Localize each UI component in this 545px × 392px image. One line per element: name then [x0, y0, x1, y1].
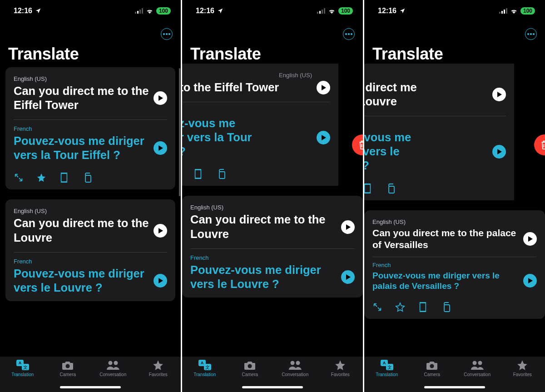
svg-text:文: 文: [387, 365, 392, 370]
more-options-button[interactable]: [525, 28, 537, 40]
cellular-icon: [317, 8, 325, 14]
star-filled-icon[interactable]: [36, 173, 46, 183]
people-icon: [471, 359, 484, 371]
play-source-button[interactable]: [341, 220, 355, 234]
play-target-button[interactable]: [341, 270, 355, 284]
play-source-button[interactable]: [492, 88, 506, 101]
status-bar: 12:16 100: [364, 0, 545, 22]
svg-rect-13: [317, 12, 318, 14]
star-icon: [334, 359, 346, 371]
expand-icon[interactable]: [372, 302, 382, 312]
translation-card[interactable]: English (US) Can you direct me to the Ei…: [5, 67, 175, 189]
divider: [190, 248, 355, 249]
tab-label: Favorites: [149, 372, 168, 377]
copy-icon[interactable]: [385, 183, 396, 194]
tab-translation[interactable]: A文 Translation: [364, 359, 410, 377]
copy-icon[interactable]: [82, 172, 93, 183]
tab-bar: A文 Translation Camera Conversation Favor…: [0, 357, 181, 392]
status-time: 12:16: [196, 7, 214, 15]
svg-rect-18: [219, 172, 225, 179]
camera-icon: [426, 359, 438, 371]
play-source-button[interactable]: [154, 224, 167, 238]
home-indicator[interactable]: [424, 386, 485, 388]
svg-rect-17: [195, 170, 201, 178]
dictionary-icon[interactable]: [59, 172, 69, 183]
tab-camera[interactable]: Camera: [410, 359, 455, 377]
dictionary-icon[interactable]: [418, 302, 428, 313]
tab-camera[interactable]: Camera: [228, 359, 273, 377]
divider: [182, 102, 330, 102]
source-language-label: English (US): [190, 204, 355, 211]
dictionary-icon[interactable]: [364, 183, 372, 194]
tab-camera[interactable]: Camera: [45, 359, 91, 377]
tab-bar: A文 Translation Camera Conversation Favor…: [364, 357, 545, 392]
svg-text:文: 文: [23, 365, 28, 370]
copy-icon[interactable]: [441, 302, 451, 313]
translation-card[interactable]: English (US) Can you direct me to the pa…: [364, 210, 545, 319]
play-source-button[interactable]: [317, 81, 330, 94]
play-target-button[interactable]: [154, 141, 167, 155]
translation-card[interactable]: English (US) Can you direct me to the Lo…: [182, 196, 363, 297]
play-source-button[interactable]: [523, 232, 537, 246]
wifi-icon: [510, 8, 518, 14]
tab-label: Translation: [11, 372, 34, 377]
svg-rect-27: [501, 11, 503, 14]
divider: [364, 116, 506, 116]
people-icon: [106, 359, 120, 371]
tab-conversation[interactable]: Conversation: [90, 359, 136, 377]
tab-favorites[interactable]: Favorites: [318, 359, 363, 377]
tab-favorites[interactable]: Favorites: [500, 359, 545, 377]
tab-label: Translation: [193, 372, 216, 377]
wifi-icon: [328, 8, 336, 14]
expand-icon[interactable]: [14, 173, 24, 183]
svg-rect-5: [85, 175, 91, 182]
tab-conversation[interactable]: Conversation: [272, 359, 318, 377]
play-source-button[interactable]: [154, 91, 167, 105]
cellular-icon: [499, 8, 507, 14]
svg-point-40: [478, 361, 482, 365]
svg-rect-26: [499, 12, 500, 14]
dictionary-icon[interactable]: [193, 169, 203, 179]
more-options-button[interactable]: [161, 28, 173, 40]
battery-level: 100: [338, 7, 353, 15]
star-icon: [152, 359, 164, 371]
status-bar: 12:16 100: [182, 0, 363, 22]
translation-card[interactable]: English (US) Can you direct me to the Lo…: [5, 199, 175, 301]
status-bar: 12:16 100: [0, 0, 181, 22]
scroll-indicator[interactable]: [179, 68, 180, 196]
tab-translation[interactable]: A文 Translation: [0, 359, 45, 377]
svg-point-25: [296, 361, 300, 365]
wifi-icon: [146, 8, 154, 14]
play-target-button[interactable]: [317, 131, 330, 144]
svg-point-39: [472, 361, 476, 365]
source-language-label: US): [364, 72, 506, 79]
tab-favorites[interactable]: Favorites: [136, 359, 181, 377]
location-icon: [217, 8, 223, 14]
battery-level: 100: [156, 7, 171, 15]
svg-point-24: [290, 361, 294, 365]
copy-icon[interactable]: [216, 169, 227, 179]
star-outline-icon[interactable]: [395, 302, 405, 312]
home-indicator[interactable]: [60, 386, 121, 388]
target-text: Pouvez-vous me diriger vers le Louvre ?: [190, 263, 337, 291]
tab-conversation[interactable]: Conversation: [455, 359, 500, 377]
translation-card[interactable]: English (US) Can you direct me to the Ei…: [182, 64, 338, 186]
svg-point-12: [114, 361, 118, 365]
trash-icon: [358, 140, 363, 150]
svg-rect-2: [139, 10, 141, 14]
play-target-button[interactable]: [492, 145, 506, 159]
divider: [14, 252, 167, 253]
source-language-label: English (US): [182, 72, 312, 79]
more-options-button[interactable]: [343, 28, 355, 40]
target-language-label: French: [372, 262, 537, 268]
translation-card[interactable]: US) you direct mene Louvre . vez-vous me…: [364, 64, 514, 200]
source-language-label: English (US): [14, 75, 167, 82]
home-indicator[interactable]: [242, 386, 303, 388]
play-target-button[interactable]: [523, 274, 537, 288]
svg-rect-4: [61, 174, 67, 182]
status-time: 12:16: [378, 7, 396, 15]
svg-rect-29: [506, 8, 507, 14]
source-text: Can you direct me to the Eiffel Tower: [14, 84, 149, 112]
play-target-button[interactable]: [154, 274, 167, 288]
tab-translation[interactable]: A文 Translation: [182, 359, 228, 377]
